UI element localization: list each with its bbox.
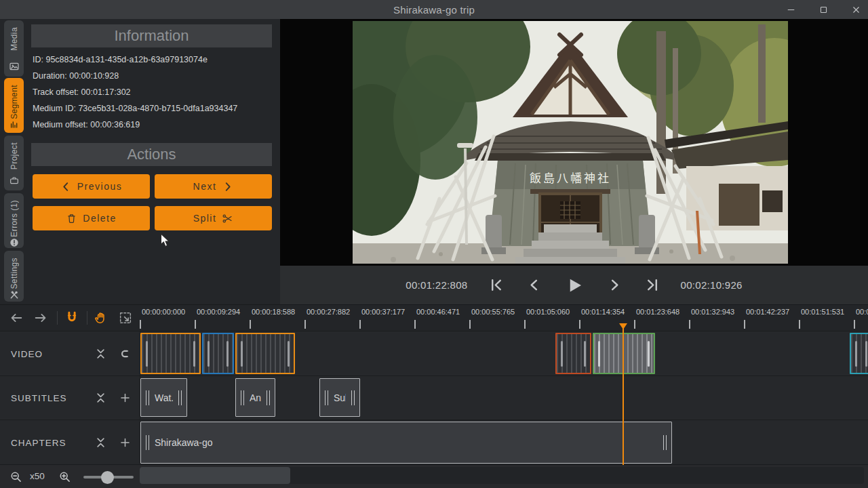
play-icon <box>564 275 585 296</box>
subtitles-track-header: SUBTITLES <box>0 376 140 420</box>
history-back-button[interactable] <box>9 310 24 325</box>
clip-trim-handle[interactable] <box>865 341 867 367</box>
track-magnet-button[interactable] <box>119 347 132 360</box>
chapter-clip[interactable]: Shirakawa-go <box>140 422 672 464</box>
step-back-button[interactable] <box>526 277 542 293</box>
chapters-track-lane[interactable]: Shirakawa-go <box>140 420 868 464</box>
clip-trim-handle[interactable] <box>146 390 149 405</box>
video-track-header: VIDEO <box>0 331 140 375</box>
subtitle-clip[interactable]: Wat... <box>140 378 187 417</box>
chevron-left-icon <box>60 181 72 192</box>
toolbar-separator <box>87 311 87 325</box>
video-track-lane[interactable] <box>140 331 868 375</box>
actions-header: Actions <box>31 143 272 166</box>
clip-trim-handle[interactable] <box>193 341 195 367</box>
ruler-tick <box>634 320 635 329</box>
clip-trim-handle[interactable] <box>663 435 667 450</box>
clip-trim-handle[interactable] <box>351 390 355 405</box>
arrow-left-icon <box>9 310 24 325</box>
video-preview[interactable]: 飯島八幡神社 <box>280 19 868 266</box>
ruler-timestamp: 00:00:46:471 <box>416 308 460 316</box>
info-field-medium-offset: Medium offset: 00:00:36:619 <box>33 117 272 133</box>
clip-trim-handle[interactable] <box>598 341 600 367</box>
errors-icon <box>9 237 20 248</box>
close-button[interactable] <box>851 5 861 15</box>
sidebar-tab-media[interactable]: Media <box>4 20 24 77</box>
ruler-timestamp: 00:00:27:882 <box>307 308 350 316</box>
zoom-slider[interactable] <box>83 465 134 488</box>
clip-trim-handle[interactable] <box>178 390 182 405</box>
video-clip[interactable] <box>140 333 201 374</box>
ruler-timestamp: 00:01:23:648 <box>636 308 679 316</box>
collapse-icon <box>94 347 107 360</box>
timeline-scrollbar[interactable] <box>140 467 864 484</box>
add-subtitle-button[interactable] <box>119 392 132 405</box>
play-button[interactable] <box>564 275 585 296</box>
snap-toggle-button[interactable] <box>64 310 79 325</box>
delete-button[interactable]: Delete <box>33 206 150 230</box>
clip-trim-handle[interactable] <box>208 341 210 367</box>
sidebar-tab-segment[interactable]: Segment <box>4 78 24 133</box>
video-clip[interactable] <box>850 333 868 374</box>
timeline-ruler[interactable]: 00:00:00:00000:00:09:29400:00:18:58800:0… <box>140 305 868 331</box>
clip-trim-handle[interactable] <box>288 341 290 367</box>
video-clip[interactable] <box>202 333 234 374</box>
video-clip[interactable] <box>555 333 591 374</box>
actions-header-label: Actions <box>127 146 176 163</box>
marquee-select-button[interactable] <box>118 310 133 325</box>
sidebar-tab-label: Segment <box>9 85 19 119</box>
window-controls <box>786 0 861 19</box>
split-button[interactable]: Split <box>155 206 272 230</box>
clip-trim-handle[interactable] <box>146 435 149 450</box>
sidebar-tab-settings[interactable]: Settings <box>4 251 24 302</box>
hand-icon <box>94 310 108 325</box>
collapse-track-button[interactable] <box>94 347 107 360</box>
clip-trim-handle[interactable] <box>241 341 243 367</box>
information-header-label: Information <box>114 27 189 45</box>
zoom-out-button[interactable] <box>9 470 23 484</box>
collapse-track-button[interactable] <box>94 392 107 405</box>
timeline: 00:00:00:00000:00:09:29400:00:18:58800:0… <box>0 304 868 464</box>
minimize-button[interactable] <box>786 5 796 15</box>
clip-trim-handle[interactable] <box>146 341 148 367</box>
sidebar-tab-project[interactable]: Project <box>4 136 24 190</box>
timeline-scrollbar-thumb[interactable] <box>140 467 290 484</box>
video-clip[interactable] <box>235 333 295 374</box>
clip-trim-handle[interactable] <box>226 341 229 367</box>
maximize-button[interactable] <box>818 5 829 15</box>
subtitles-track-lane[interactable]: Wat...Ant...Sub <box>140 376 868 420</box>
collapse-track-button[interactable] <box>94 436 107 449</box>
clip-trim-handle[interactable] <box>561 341 563 367</box>
information-header: Information <box>31 24 272 47</box>
skip-end-button[interactable] <box>645 277 660 293</box>
subtitle-clip[interactable]: Sub <box>319 378 360 417</box>
subtitle-clip[interactable]: Ant... <box>235 378 275 417</box>
pan-tool-button[interactable] <box>94 310 108 325</box>
ruler-timestamp: 00:01:51:531 <box>801 308 844 316</box>
ruler-tick <box>414 320 416 329</box>
sidebar-tab-errors[interactable]: Errors (1) <box>4 193 24 248</box>
skip-start-button[interactable] <box>488 277 504 293</box>
step-forward-button[interactable] <box>607 277 623 293</box>
clip-trim-handle[interactable] <box>267 390 270 405</box>
previous-button-label: Previous <box>77 181 122 192</box>
clip-trim-handle[interactable] <box>584 341 586 367</box>
left-panel-region: MediaSegmentProjectErrors (1)Settings In… <box>0 19 280 304</box>
clip-trim-handle[interactable] <box>241 390 244 405</box>
clip-trim-handle[interactable] <box>648 341 650 367</box>
sidebar-tab-label: Project <box>9 142 19 169</box>
ruler-tick <box>359 320 361 329</box>
previous-button[interactable]: Previous <box>33 174 150 199</box>
zoom-in-button[interactable] <box>58 470 72 484</box>
add-chapter-button[interactable] <box>119 436 132 449</box>
info-field-medium-id: Medium ID: 73ce5b31-028a-4870-b715-0dfa1… <box>33 100 272 117</box>
clip-trim-handle[interactable] <box>855 341 857 367</box>
video-clip[interactable] <box>593 333 655 374</box>
info-field-track-offset: Track offset: 00:01:17:302 <box>33 84 272 100</box>
next-button[interactable]: Next <box>155 174 272 199</box>
zoom-slider-thumb[interactable] <box>101 471 114 484</box>
scissors-icon <box>222 213 233 224</box>
subtitles-track-row: SUBTITLES Wat...Ant...Sub <box>0 375 868 420</box>
clip-trim-handle[interactable] <box>325 390 328 405</box>
history-forward-button[interactable] <box>33 310 48 325</box>
